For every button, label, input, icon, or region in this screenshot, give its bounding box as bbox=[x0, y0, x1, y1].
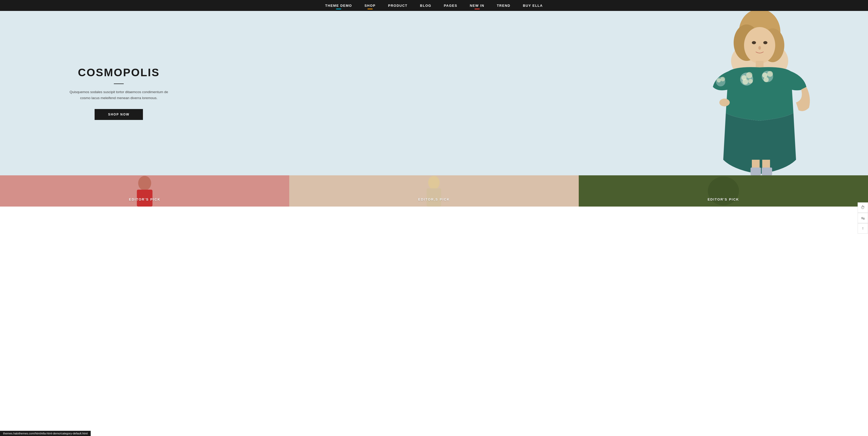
svg-point-7 bbox=[763, 41, 768, 44]
nav-link-product[interactable]: PRODUCT bbox=[388, 4, 407, 7]
hero-description: Quisquemos sodales suscipit tortor ditae… bbox=[69, 89, 168, 101]
nav-link-pages[interactable]: PAGES bbox=[444, 4, 457, 7]
editor-card-2[interactable]: EDITOR,S PICK bbox=[289, 175, 579, 207]
editor-card-3[interactable]: EDITOR'S PICK bbox=[579, 175, 868, 207]
hero-model-image bbox=[695, 11, 825, 175]
nav-item-new-in[interactable]: NEW IN bbox=[470, 3, 485, 8]
shop-now-button[interactable]: SHOP NOW bbox=[95, 109, 143, 120]
editor-card-1[interactable]: EDITOR'S PICK bbox=[0, 175, 289, 207]
nav-indicator-shop bbox=[368, 8, 373, 9]
history-icon[interactable]: ⏱ bbox=[858, 202, 868, 207]
svg-point-6 bbox=[752, 41, 756, 44]
nav-link-shop[interactable]: SHOP bbox=[364, 4, 375, 7]
hero-text-block: COSMOPOLIS Quisquemos sodales suscipit t… bbox=[69, 66, 168, 120]
nav-item-buy-ella[interactable]: BUY ELLA bbox=[523, 3, 543, 8]
nav-item-trend[interactable]: TREND bbox=[497, 3, 510, 8]
svg-point-28 bbox=[138, 176, 151, 191]
nav-link-new-in[interactable]: NEW IN bbox=[470, 4, 485, 7]
svg-point-20 bbox=[717, 78, 721, 83]
svg-rect-25 bbox=[762, 168, 772, 175]
editor-label-1: EDITOR'S PICK bbox=[129, 198, 160, 201]
nav-link-buy-ella[interactable]: BUY ELLA bbox=[523, 4, 543, 7]
editor-picks-section: EDITOR'S PICK EDITOR,S PICK EDITOR'S PIC… bbox=[0, 175, 868, 207]
svg-point-8 bbox=[758, 46, 761, 50]
nav-indicator-theme-demo bbox=[336, 8, 341, 9]
nav-link-blog[interactable]: BLOG bbox=[420, 4, 431, 7]
nav-link-trend[interactable]: TREND bbox=[497, 4, 510, 7]
nav-item-theme-demo[interactable]: THEME DEMO bbox=[325, 3, 352, 8]
nav-indicator-new-in bbox=[474, 8, 480, 9]
svg-point-12 bbox=[746, 72, 752, 78]
hero-title: COSMOPOLIS bbox=[69, 66, 168, 79]
nav-item-blog[interactable]: BLOG bbox=[420, 3, 431, 8]
nav-link-theme-demo[interactable]: THEME DEMO bbox=[325, 4, 352, 7]
nav-item-pages[interactable]: PAGES bbox=[444, 3, 457, 8]
svg-point-26 bbox=[719, 98, 730, 107]
svg-point-18 bbox=[764, 77, 769, 82]
hero-divider bbox=[114, 84, 124, 84]
main-navigation: THEME DEMOSHOPPRODUCTBLOGPAGESNEW INTREN… bbox=[0, 0, 868, 11]
nav-item-product[interactable]: PRODUCT bbox=[388, 3, 407, 8]
nav-list: THEME DEMOSHOPPRODUCTBLOGPAGESNEW INTREN… bbox=[325, 3, 542, 8]
hero-section: COSMOPOLIS Quisquemos sodales suscipit t… bbox=[0, 11, 868, 175]
svg-point-5 bbox=[744, 27, 775, 63]
svg-point-13 bbox=[742, 79, 748, 85]
svg-point-31 bbox=[428, 176, 440, 190]
editor-label-2: EDITOR,S PICK bbox=[418, 198, 450, 201]
svg-point-14 bbox=[748, 79, 753, 84]
nav-item-shop[interactable]: SHOP bbox=[364, 3, 375, 8]
svg-point-21 bbox=[720, 77, 725, 81]
editor-label-3: EDITOR'S PICK bbox=[708, 198, 739, 201]
svg-point-16 bbox=[762, 72, 768, 78]
svg-point-17 bbox=[767, 71, 773, 77]
sidebar-floating-icons: ⏱⇆↑ bbox=[858, 202, 868, 207]
svg-rect-24 bbox=[750, 168, 761, 175]
